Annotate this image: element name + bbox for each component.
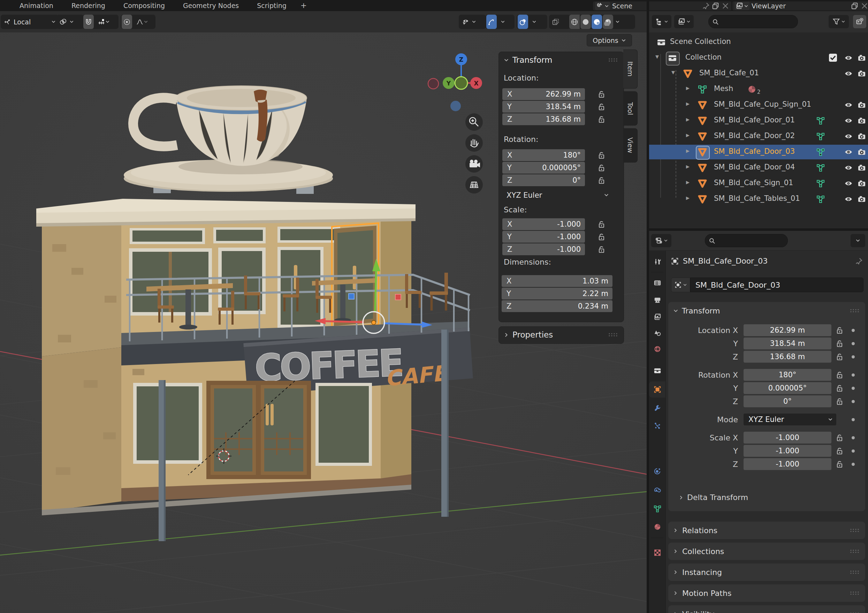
scene-selector[interactable]: Scene: [593, 1, 732, 11]
expand-toggle[interactable]: ▶: [685, 180, 691, 185]
gizmos-dropdown[interactable]: [499, 15, 507, 29]
shading-rendered-button[interactable]: [603, 15, 613, 29]
add-workspace-button[interactable]: +: [296, 0, 312, 11]
tab-scene[interactable]: [649, 325, 665, 341]
scale-z-field[interactable]: Z-1.000: [502, 244, 585, 255]
hide-eye-icon[interactable]: [844, 148, 852, 156]
xray-toggle[interactable]: [549, 15, 570, 29]
tab-texture[interactable]: [649, 545, 665, 561]
expand-toggle[interactable]: ▼: [654, 54, 660, 59]
workspace-tab-geometry-nodes[interactable]: Geometry Nodes: [174, 0, 248, 11]
hide-eye-icon[interactable]: [844, 179, 852, 188]
pin-icon[interactable]: [702, 2, 710, 10]
editor-divider[interactable]: [646, 0, 649, 613]
gizmo-plane-yz[interactable]: [395, 294, 401, 300]
hide-eye-icon[interactable]: [844, 69, 852, 78]
scale-x-field[interactable]: -1.000: [744, 432, 831, 444]
location-y-field[interactable]: Y318.54 m: [502, 101, 585, 113]
rotation-y-field[interactable]: Y0.000005°: [502, 162, 585, 174]
render-camera-icon[interactable]: [857, 179, 866, 188]
n-panel-tab-view[interactable]: View: [623, 128, 637, 163]
shading-wireframe-button[interactable]: [569, 15, 580, 29]
render-camera-icon[interactable]: [857, 195, 866, 203]
dimensions-z-field[interactable]: Z0.234 m: [502, 300, 612, 312]
workspace-tab-rendering[interactable]: Rendering: [62, 0, 114, 11]
delta-transform-subpanel[interactable]: Delta Transform: [679, 493, 748, 502]
rotation-z-field[interactable]: Z0°: [502, 174, 585, 186]
outliner-search-input[interactable]: [708, 15, 798, 28]
animate-dot[interactable]: [852, 329, 855, 332]
lock-icon[interactable]: [598, 233, 606, 241]
delete-viewlayer-icon[interactable]: [861, 2, 868, 10]
render-camera-icon[interactable]: [857, 101, 866, 109]
scale-z-field[interactable]: -1.000: [744, 458, 831, 470]
render-camera-icon[interactable]: [857, 116, 866, 125]
scale-y-field[interactable]: Y-1.000: [502, 231, 585, 243]
render-camera-icon[interactable]: [857, 132, 866, 141]
location-y-field[interactable]: 318.54 m: [744, 338, 831, 349]
animate-dot[interactable]: [852, 463, 855, 466]
shading-dropdown[interactable]: [614, 15, 621, 29]
expand-toggle[interactable]: ▶: [685, 117, 691, 122]
show-overlays-toggle[interactable]: [518, 15, 528, 29]
pivot-point-dropdown[interactable]: [56, 15, 84, 29]
outliner-row-mesh[interactable]: ▶ Mesh 2: [649, 82, 868, 96]
motion-paths-panel[interactable]: Motion Paths: [668, 584, 865, 602]
animate-dot[interactable]: [852, 387, 855, 390]
lock-icon[interactable]: [836, 447, 843, 455]
hide-eye-icon[interactable]: [844, 195, 852, 203]
tab-material[interactable]: [649, 519, 665, 535]
id-type-dropdown[interactable]: [671, 278, 690, 292]
workspace-tab-scripting[interactable]: Scripting: [248, 0, 296, 11]
outliner-filter-dropdown[interactable]: [829, 15, 849, 28]
pan-button[interactable]: [465, 134, 483, 152]
lock-icon[interactable]: [598, 90, 606, 99]
area-divider[interactable]: [649, 228, 868, 231]
collapse-icon[interactable]: [504, 57, 509, 63]
lock-icon[interactable]: [598, 115, 606, 124]
rotation-mode-dropdown[interactable]: XYZ Euler: [744, 414, 836, 425]
scale-y-field[interactable]: -1.000: [744, 445, 831, 457]
rotation-z-field[interactable]: 0°: [744, 396, 831, 407]
render-camera-icon[interactable]: [857, 148, 866, 156]
snap-magnet-toggle[interactable]: [83, 15, 94, 29]
tab-object-data[interactable]: [649, 501, 665, 517]
outliner-display-mode-dropdown[interactable]: [652, 15, 671, 28]
proportional-falloff-dropdown[interactable]: [135, 15, 150, 29]
editor-type-dropdown[interactable]: [651, 234, 671, 247]
proportional-edit-toggle[interactable]: [122, 15, 132, 29]
axis-ball-front[interactable]: [455, 77, 468, 89]
transform-orientation-dropdown[interactable]: Local: [1, 15, 59, 29]
scale-x-field[interactable]: X-1.000: [502, 218, 585, 230]
expand-toggle[interactable]: ▶: [685, 148, 691, 154]
new-viewlayer-icon[interactable]: [851, 2, 859, 10]
lock-icon[interactable]: [836, 326, 843, 335]
viewlayer-browse-icon[interactable]: [735, 2, 749, 10]
visibility-panel[interactable]: Visibility: [668, 605, 865, 613]
lock-icon[interactable]: [836, 397, 843, 406]
shading-material-preview-button[interactable]: [592, 15, 602, 29]
new-scene-icon[interactable]: [712, 2, 719, 10]
workspace-tab-compositing[interactable]: Compositing: [114, 0, 174, 11]
tab-view-layer[interactable]: [649, 309, 665, 325]
tab-output[interactable]: [649, 292, 665, 308]
lock-icon[interactable]: [836, 340, 843, 348]
animate-dot[interactable]: [852, 418, 855, 421]
animate-dot[interactable]: [852, 400, 855, 403]
outliner-row-door01[interactable]: ▶ SM_Bld_Cafe_Door_01: [649, 113, 868, 128]
expand-toggle[interactable]: ▶: [685, 132, 691, 138]
lock-icon[interactable]: [598, 103, 606, 111]
hide-eye-icon[interactable]: [844, 101, 852, 109]
viewlayer-selector[interactable]: ViewLayer: [732, 1, 868, 11]
rotation-y-field[interactable]: 0.000005°: [744, 382, 831, 394]
properties-options-dropdown[interactable]: [851, 234, 865, 247]
rotation-x-field[interactable]: 180°: [744, 369, 831, 381]
scene-browse-icon[interactable]: [595, 2, 610, 10]
expand-toggle[interactable]: ▶: [685, 195, 691, 200]
relations-panel[interactable]: Relations: [668, 521, 865, 539]
hide-eye-icon[interactable]: [844, 163, 852, 172]
tab-tool[interactable]: [649, 254, 665, 270]
object-name-input[interactable]: SM_Bld_Cafe_Door_03: [690, 278, 863, 292]
animate-dot[interactable]: [852, 436, 855, 439]
show-gizmo-dropdown[interactable]: [459, 15, 486, 29]
